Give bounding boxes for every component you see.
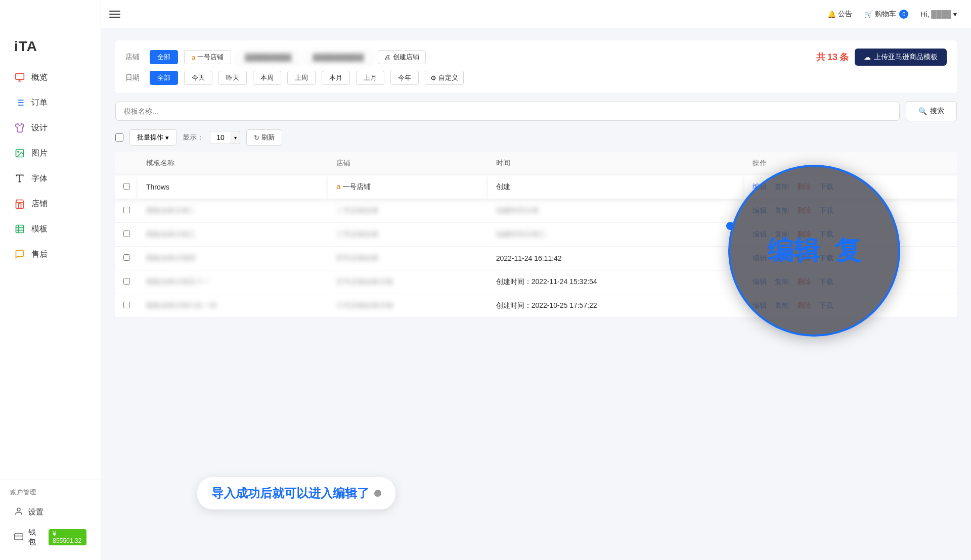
sidebar-item-templates[interactable]: 模板: [0, 216, 101, 242]
date-lastmonth-btn[interactable]: 上月: [356, 71, 384, 85]
store2-btn[interactable]: ██████████: [237, 51, 299, 64]
template-store: 五号店铺名称示例: [328, 270, 488, 294]
template-name: 模板名称示例四: [138, 247, 328, 270]
col-header-time: 时间: [488, 152, 745, 175]
template-time: 创建时间示例三: [488, 223, 745, 247]
sidebar-logo: iTA: [0, 30, 101, 65]
search-input[interactable]: [115, 102, 900, 121]
template-name: 模板名称示例三: [138, 223, 328, 247]
date-custom-btn[interactable]: ⚙ 自定义: [425, 71, 464, 85]
cart-btn[interactable]: 🛒 购物车 0: [864, 10, 908, 19]
store3-btn[interactable]: ███████████: [305, 51, 371, 64]
sidebar-bottom: 账户管理 设置 钱包 ¥ 855501.32: [0, 480, 101, 560]
notice-label: 公告: [838, 10, 852, 19]
sidebar-item-orders[interactable]: 订单: [0, 90, 101, 115]
user-icon: [14, 507, 23, 518]
col-header-store: 店铺: [328, 152, 488, 175]
upload-template-btn[interactable]: ☁ 上传亚马逊商品模板: [855, 49, 947, 66]
chevron-down-icon: ▾: [165, 134, 169, 142]
total-suffix: 条: [840, 52, 849, 62]
store1-btn[interactable]: a 一号店铺: [184, 50, 231, 64]
svg-rect-0: [16, 74, 24, 80]
amazon-icon: a: [192, 54, 195, 61]
main: 🔔 公告 🛒 购物车 0 Hi, ████ ▾ 店铺 全部 a: [101, 0, 971, 560]
date-thismonth-btn[interactable]: 本月: [322, 71, 350, 85]
svg-rect-13: [16, 225, 24, 233]
display-count-arrow[interactable]: ▾: [231, 133, 240, 143]
connector-dot: [726, 222, 734, 230]
template-time: 创建时间：2022-11-24 15:32:54: [488, 270, 745, 294]
font-icon: [14, 173, 25, 184]
batch-operations-btn[interactable]: 批量操作 ▾: [129, 129, 176, 146]
shirt-icon: [14, 122, 25, 133]
sidebar: iTA 概览 订单 设计 图片: [0, 0, 101, 560]
date-lastweek-btn[interactable]: 上周: [287, 71, 316, 85]
wallet-icon: [14, 532, 23, 543]
total-count: 共 13 条: [816, 51, 849, 63]
account-label: 账户管理: [10, 488, 91, 497]
date-yesterday-btn[interactable]: 昨天: [218, 71, 247, 85]
template-name: 模板名称示例二: [138, 199, 328, 223]
hamburger-menu[interactable]: [109, 11, 120, 18]
sidebar-label-aftersale: 售后: [31, 249, 48, 260]
hi-label: Hi,: [920, 10, 929, 18]
display-count-input[interactable]: [210, 131, 231, 144]
content-area: 店铺 全部 a 一号店铺 ██████████ ███████████ 🖨 创建…: [101, 28, 971, 560]
sidebar-item-images[interactable]: 图片: [0, 141, 101, 166]
total-number: 13: [827, 52, 837, 62]
notice-btn[interactable]: 🔔 公告: [827, 10, 852, 19]
tooltip-indicator: [374, 490, 381, 497]
template-name: Throws: [138, 175, 328, 199]
wallet-label: 钱包: [28, 528, 41, 547]
date-filter-row: 日期 全部 今天 昨天 本周 上周 本月 上月 今年 ⚙ 自定义: [125, 71, 947, 85]
username: ████: [931, 10, 951, 18]
total-prefix: 共: [816, 52, 825, 62]
date-thisyear-btn[interactable]: 今年: [390, 71, 419, 85]
row-checkbox[interactable]: [123, 302, 130, 308]
sidebar-item-fonts[interactable]: 字体: [0, 166, 101, 191]
row-checkbox[interactable]: [123, 230, 130, 237]
cart-count: 0: [899, 10, 908, 19]
create-store-btn[interactable]: 🖨 创建店铺: [378, 50, 426, 64]
image-icon: [14, 148, 25, 159]
svg-point-17: [17, 508, 20, 511]
sidebar-item-design[interactable]: 设计: [0, 115, 101, 141]
cart-icon: 🛒: [864, 10, 873, 18]
date-all-btn[interactable]: 全部: [150, 71, 178, 85]
store-all-btn[interactable]: 全部: [150, 50, 178, 64]
monitor-icon: [14, 72, 25, 83]
col-header-name: 模板名称: [138, 152, 328, 175]
sidebar-item-overview[interactable]: 概览: [0, 65, 101, 90]
sidebar-item-aftersale[interactable]: 售后: [0, 242, 101, 267]
svg-point-10: [18, 151, 19, 153]
sidebar-label-overview: 概览: [31, 72, 48, 83]
template-store: 二号店铺名称: [328, 199, 488, 223]
sidebar-item-wallet[interactable]: 钱包 ¥ 855501.32: [10, 523, 91, 552]
template-time: 创建时间：2022-10-25 17:57:22: [488, 294, 745, 318]
refresh-btn[interactable]: ↻ 刷新: [246, 129, 282, 146]
select-all-checkbox[interactable]: [115, 133, 123, 142]
template-time: 创建时间示例: [488, 199, 745, 223]
display-label: 显示：: [183, 133, 204, 142]
refresh-icon: ↻: [254, 134, 259, 142]
date-today-btn[interactable]: 今天: [184, 71, 212, 85]
row-checkbox[interactable]: [123, 183, 130, 190]
row-checkbox[interactable]: [123, 254, 130, 261]
filter-bar: 店铺 全部 a 一号店铺 ██████████ ███████████ 🖨 创建…: [115, 40, 957, 93]
tooltip-text: 导入成功后就可以进入编辑了: [211, 485, 369, 501]
sidebar-item-store[interactable]: 店铺: [0, 191, 101, 216]
row-checkbox[interactable]: [123, 207, 130, 213]
topbar-right: 🔔 公告 🛒 购物车 0 Hi, ████ ▾: [827, 10, 957, 19]
template-store: 六号店铺名称示例: [328, 294, 488, 318]
row-checkbox[interactable]: [123, 278, 130, 285]
store-filter-label: 店铺: [125, 53, 144, 62]
cart-label: 购物车: [875, 10, 896, 19]
template-store: 三号店铺名称: [328, 223, 488, 247]
sidebar-item-settings[interactable]: 设置: [10, 502, 91, 523]
date-thisweek-btn[interactable]: 本周: [253, 71, 281, 85]
chat-icon: [14, 249, 25, 260]
user-dropdown[interactable]: Hi, ████ ▾: [920, 10, 957, 18]
cloud-icon: ☁: [864, 53, 871, 61]
wallet-badge: ¥ 855501.32: [49, 529, 86, 545]
search-button[interactable]: 🔍 搜索: [906, 101, 957, 121]
